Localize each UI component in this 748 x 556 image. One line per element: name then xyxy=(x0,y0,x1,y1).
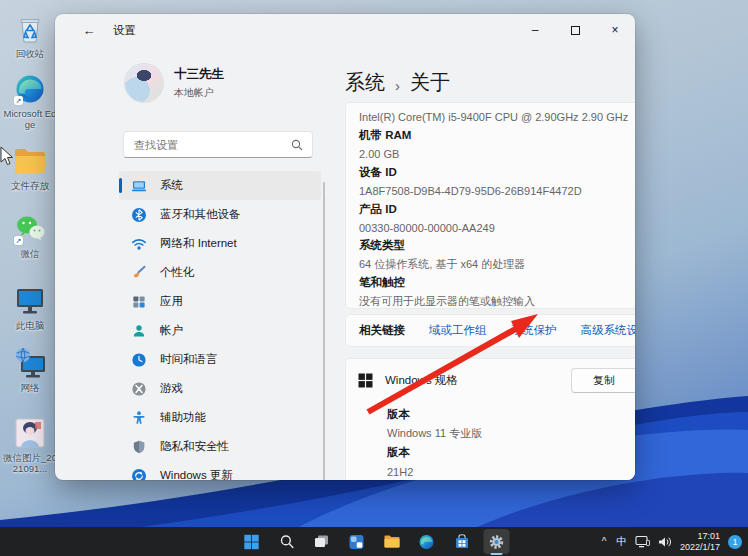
breadcrumb-current: 关于 xyxy=(410,69,450,96)
sidebar-item-accounts[interactable]: 帐户 xyxy=(119,316,321,345)
settings-window: ← 设置 – × 十三先生 本地帐户 xyxy=(55,14,635,480)
apps-icon xyxy=(131,294,147,310)
sidebar-item-label: 隐私和安全性 xyxy=(160,439,229,454)
windows-spec-card: Windows 规格 复制 版本 Windows 11 专业版 版本 21H2 … xyxy=(345,358,635,480)
desktop-icon-wechat-image[interactable]: 微信图片_2021091... xyxy=(2,416,58,474)
desktop-icon-edge[interactable]: ↗ Microsoft Edge xyxy=(2,72,58,130)
taskbar-edge-button[interactable] xyxy=(414,529,440,554)
bluetooth-icon xyxy=(131,207,147,223)
desktop-icon-this-pc[interactable]: 此电脑 xyxy=(2,284,58,331)
link-advanced-system-settings[interactable]: 高级系统设置 xyxy=(581,323,636,338)
desktop: 回收站 ↗ Microsoft Edge xyxy=(0,0,748,556)
spec-label: 版本 xyxy=(387,443,635,462)
info-value: 00330-80000-00000-AA249 xyxy=(359,218,635,236)
sidebar-item-label: 个性化 xyxy=(160,265,195,280)
image-thumbnail-icon xyxy=(13,416,47,450)
tray-clock[interactable]: 17:01 2022/1/17 xyxy=(680,531,720,552)
sidebar-item-label: 系统 xyxy=(160,178,183,193)
sidebar-item-privacy[interactable]: 隐私和安全性 xyxy=(119,432,321,461)
file-explorer-button[interactable] xyxy=(379,529,405,554)
desktop-icon-label: 微信图片_2021091... xyxy=(2,452,58,474)
info-label: 设备 ID xyxy=(359,163,635,181)
shortcut-arrow-icon: ↗ xyxy=(14,236,23,245)
breadcrumb-parent[interactable]: 系统 xyxy=(345,69,385,96)
info-value: 64 位操作系统, 基于 x64 的处理器 xyxy=(359,255,635,273)
desktop-icon-network[interactable]: 网络 xyxy=(2,346,58,393)
update-icon xyxy=(131,468,147,481)
search-icon xyxy=(279,534,294,549)
ime-indicator[interactable]: 中 xyxy=(616,535,627,549)
shortcut-arrow-icon: ↗ xyxy=(14,96,23,105)
sidebar-scrollbar[interactable] xyxy=(323,182,325,480)
recycle-bin-icon xyxy=(13,12,47,46)
device-spec-card: Intel(R) Core(TM) i5-9400F CPU @ 2.90GHz… xyxy=(345,102,635,309)
desktop-icon-label: 文件存放 xyxy=(2,180,58,191)
desktop-icon-label: Microsoft Edge xyxy=(2,108,58,130)
taskbar-settings-button[interactable] xyxy=(484,529,510,554)
tray-expand-icon[interactable]: ^ xyxy=(600,536,609,547)
windows-start-icon xyxy=(244,534,260,550)
info-value: 1A8F7508-D9B4-4D79-95D6-26B914F4472D xyxy=(359,182,635,200)
user-profile[interactable]: 十三先生 本地帐户 xyxy=(125,64,224,102)
notification-badge[interactable]: 1 xyxy=(728,535,742,549)
search-input[interactable] xyxy=(124,139,291,151)
user-name: 十三先生 xyxy=(174,66,224,83)
sidebar-item-label: 应用 xyxy=(160,294,183,309)
start-button[interactable] xyxy=(239,529,265,554)
sidebar-item-label: 帐户 xyxy=(160,323,183,338)
mouse-cursor xyxy=(0,146,14,166)
info-label: 笔和触控 xyxy=(359,274,635,292)
tray-network-icon[interactable] xyxy=(635,535,650,548)
copy-button[interactable]: 复制 xyxy=(571,368,635,393)
desktop-icon-wechat[interactable]: ↗ 微信 xyxy=(2,212,58,259)
network-icon xyxy=(13,346,47,380)
brush-icon xyxy=(131,265,147,281)
sidebar-item-label: 网络和 Internet xyxy=(160,236,237,251)
sidebar-item-bluetooth[interactable]: 蓝牙和其他设备 xyxy=(119,200,321,229)
this-pc-icon xyxy=(13,284,47,318)
link-system-protection[interactable]: 系统保护 xyxy=(511,323,557,338)
sidebar-item-personalization[interactable]: 个性化 xyxy=(119,258,321,287)
folder-icon xyxy=(13,144,47,178)
person-icon xyxy=(131,323,147,339)
maximize-button[interactable] xyxy=(555,14,595,46)
spec-label: 版本 xyxy=(387,405,635,424)
info-label: 产品 ID xyxy=(359,200,635,218)
desktop-icon-label: 微信 xyxy=(2,248,58,259)
minimize-button[interactable]: – xyxy=(515,14,555,46)
sidebar-item-system[interactable]: 系统 xyxy=(119,171,321,200)
sidebar-item-label: 游戏 xyxy=(160,381,183,396)
wifi-icon xyxy=(131,236,147,252)
maximize-icon xyxy=(571,26,580,35)
desktop-icon-label: 回收站 xyxy=(2,48,58,59)
shield-icon xyxy=(131,439,147,455)
taskbar-search-button[interactable] xyxy=(274,529,300,554)
search-icon xyxy=(291,139,303,151)
sidebar-item-time-language[interactable]: 时间和语言 xyxy=(119,345,321,374)
task-view-icon xyxy=(314,534,330,549)
sidebar-item-gaming[interactable]: 游戏 xyxy=(119,374,321,403)
sidebar-item-label: 辅助功能 xyxy=(160,410,206,425)
link-domain-workgroup[interactable]: 域或工作组 xyxy=(429,323,487,338)
spec-value: 21H2 xyxy=(387,462,635,480)
close-button[interactable]: × xyxy=(595,14,635,46)
sidebar-item-network[interactable]: 网络和 Internet xyxy=(119,229,321,258)
sidebar-item-apps[interactable]: 应用 xyxy=(119,287,321,316)
desktop-icon-label: 此电脑 xyxy=(2,320,58,331)
desktop-icon-label: 网络 xyxy=(2,382,58,393)
sidebar-item-windows-update[interactable]: Windows 更新 xyxy=(119,461,321,480)
edge-icon: ↗ xyxy=(13,72,47,106)
tray-volume-icon[interactable] xyxy=(658,536,672,548)
related-links-card: 相关链接 域或工作组 系统保护 高级系统设置 xyxy=(345,314,635,347)
sidebar-item-label: 蓝牙和其他设备 xyxy=(160,207,241,222)
desktop-icon-recycle-bin[interactable]: 回收站 xyxy=(2,12,58,59)
back-button[interactable]: ← xyxy=(77,19,101,41)
widgets-button[interactable] xyxy=(344,529,370,554)
edge-icon xyxy=(419,534,435,550)
task-view-button[interactable] xyxy=(309,529,335,554)
wechat-icon: ↗ xyxy=(13,212,47,246)
sidebar-item-accessibility[interactable]: 辅助功能 xyxy=(119,403,321,432)
microsoft-store-button[interactable] xyxy=(449,529,475,554)
window-title: 设置 xyxy=(113,23,136,38)
windows-logo-icon xyxy=(358,373,373,388)
